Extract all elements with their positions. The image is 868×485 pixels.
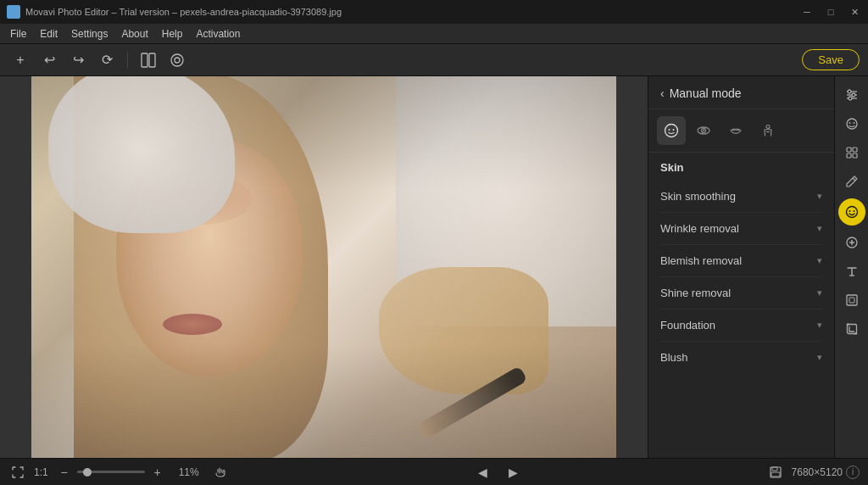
text-tool-btn[interactable]: [840, 259, 864, 283]
skin-row-smoothing[interactable]: Skin smoothing ▾: [660, 181, 822, 213]
chevron-blemish: ▾: [817, 255, 822, 266]
zoom-value: 11%: [174, 466, 204, 478]
svg-line-24: [853, 178, 855, 181]
redo-button[interactable]: ↪: [66, 48, 90, 72]
prev-button[interactable]: ◀: [473, 463, 492, 482]
skin-row-shine[interactable]: Shine removal ▾: [660, 277, 822, 309]
skin-row-blush[interactable]: Blush ▾: [660, 342, 822, 373]
svg-point-9: [703, 130, 704, 131]
photo-detail-1: [150, 174, 252, 225]
compare-button[interactable]: [136, 48, 160, 72]
info-button[interactable]: i: [846, 465, 860, 479]
add-button[interactable]: +: [8, 48, 32, 72]
chevron-shine: ▾: [817, 287, 822, 298]
main-area: ‹ Manual mode: [0, 76, 868, 458]
svg-point-15: [852, 93, 855, 97]
tab-face[interactable]: [657, 116, 686, 145]
edit-pen-btn[interactable]: [840, 170, 864, 193]
undo-button[interactable]: ↩: [37, 48, 61, 72]
toolbar: + ↩ ↪ ⟳ Save: [0, 44, 868, 76]
titlebar: Movavi Photo Editor – Trial version – pe…: [0, 0, 868, 24]
toolbar-separator: [127, 52, 128, 69]
mode-header: ‹ Manual mode: [648, 76, 834, 109]
hand-tool-button[interactable]: [211, 463, 230, 482]
save-button[interactable]: Save: [802, 49, 860, 70]
add-element-btn[interactable]: [840, 231, 864, 254]
svg-rect-22: [847, 153, 851, 158]
photo-lips: [163, 314, 222, 335]
menu-item-activation[interactable]: Activation: [189, 24, 247, 43]
emoji-active-btn[interactable]: [838, 198, 865, 226]
resolution-text: 7680×5120: [792, 466, 843, 478]
resolution-badge: 7680×5120 i: [792, 465, 860, 479]
photo-background: [31, 76, 616, 458]
chevron-foundation: ▾: [817, 320, 822, 331]
status-right: 7680×5120 i: [766, 463, 860, 482]
svg-point-14: [848, 90, 851, 93]
svg-point-19: [853, 122, 854, 124]
skin-row-foundation[interactable]: Foundation ▾: [660, 309, 822, 342]
photo-canvas: [31, 76, 616, 458]
svg-rect-1: [149, 53, 155, 67]
zoom-plus-button[interactable]: +: [148, 463, 167, 482]
svg-point-5: [669, 129, 670, 131]
menu-item-edit[interactable]: Edit: [33, 24, 64, 43]
tab-eyes[interactable]: [689, 116, 718, 145]
layers-btn[interactable]: [840, 141, 864, 164]
svg-point-2: [171, 54, 183, 66]
skin-row-blemish[interactable]: Blemish removal ▾: [660, 245, 822, 277]
maximize-button[interactable]: □: [824, 7, 837, 18]
fullscreen-button[interactable]: [8, 463, 27, 482]
svg-rect-32: [847, 295, 857, 305]
zoom-minus-button[interactable]: −: [55, 463, 74, 482]
face-retouch-btn[interactable]: [840, 112, 864, 136]
crop-tool-btn[interactable]: [840, 317, 864, 341]
chevron-wrinkle: ▾: [817, 223, 822, 234]
svg-point-10: [766, 125, 770, 129]
history-button[interactable]: ⟳: [95, 48, 119, 72]
menu-item-about[interactable]: About: [114, 24, 154, 43]
tab-icons-row: [648, 109, 834, 153]
svg-point-17: [847, 119, 857, 129]
menubar: FileEditSettingsAboutHelpActivation: [0, 24, 868, 44]
minimize-button[interactable]: ─: [800, 7, 814, 18]
menu-item-settings[interactable]: Settings: [64, 24, 114, 43]
svg-rect-34: [847, 325, 856, 334]
canvas-area: [0, 76, 648, 458]
window-controls: ─ □ ✕: [800, 7, 861, 18]
close-button[interactable]: ✕: [848, 7, 861, 18]
menu-item-help[interactable]: Help: [155, 24, 190, 43]
zoom-slider[interactable]: [77, 471, 145, 473]
svg-rect-23: [853, 153, 857, 158]
tab-lips[interactable]: [721, 116, 750, 145]
svg-point-18: [849, 122, 850, 124]
ratio-label: 1:1: [34, 466, 48, 478]
skin-section-title: Skin: [660, 161, 822, 174]
statusbar: 1:1 − + 11% ◀ ▶ 7680×5120 i: [0, 458, 868, 485]
svg-point-27: [853, 210, 854, 212]
svg-rect-20: [847, 148, 851, 152]
adjustments-btn[interactable]: [840, 83, 864, 107]
tab-body[interactable]: [754, 116, 782, 145]
svg-point-6: [673, 129, 675, 131]
svg-point-3: [175, 58, 180, 63]
next-button[interactable]: ▶: [504, 463, 522, 482]
skin-row-wrinkle[interactable]: Wrinkle removal ▾: [660, 213, 822, 245]
svg-point-16: [849, 97, 852, 100]
back-arrow[interactable]: ‹: [660, 86, 665, 100]
skin-wrinkle-label: Wrinkle removal: [660, 222, 739, 235]
preview-button[interactable]: [165, 48, 189, 72]
menu-item-file[interactable]: File: [3, 24, 33, 43]
chevron-smoothing: ▾: [817, 191, 822, 202]
save-icon-button[interactable]: [766, 463, 785, 482]
skin-smoothing-label: Skin smoothing: [660, 190, 736, 203]
frames-btn[interactable]: [840, 288, 864, 312]
status-center: ◀ ▶: [236, 463, 760, 482]
zoom-controls: − +: [55, 463, 167, 482]
skin-blush-label: Blush: [660, 351, 688, 364]
window-title: Movavi Photo Editor – Trial version – pe…: [25, 7, 800, 17]
svg-rect-39: [771, 472, 780, 477]
skin-shine-label: Shine removal: [660, 287, 731, 299]
svg-rect-0: [142, 53, 147, 67]
svg-point-26: [849, 210, 850, 212]
